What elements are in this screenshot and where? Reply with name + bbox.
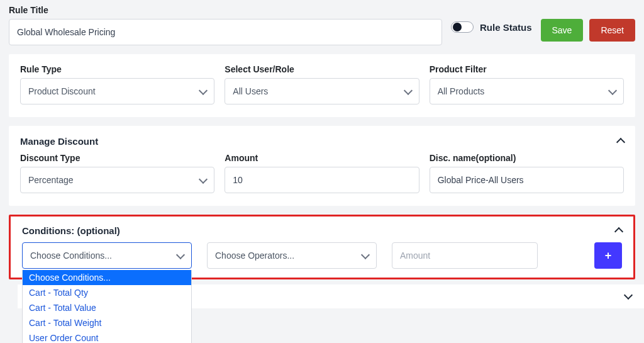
user-role-col: Select User/Role All Users	[225, 64, 419, 104]
operator-select-value: Choose Operators...	[215, 250, 294, 261]
rule-config-panel: Rule Type Product Discount Select User/R…	[9, 54, 635, 117]
chevron-down-icon	[199, 174, 208, 183]
condition-select[interactable]: Choose Conditions...	[22, 242, 192, 269]
amount-label: Amount	[225, 153, 419, 163]
conditions-title: Conditions: (optional)	[22, 225, 120, 236]
disc-name-label: Disc. name(optional)	[430, 153, 624, 163]
user-role-label: Select User/Role	[225, 64, 419, 74]
rule-type-label: Rule Type	[20, 64, 214, 74]
manage-discount-panel: Manage Discount Discount Type Percentage…	[9, 126, 635, 206]
amount-input[interactable]	[225, 167, 419, 193]
operator-select[interactable]: Choose Operators...	[207, 242, 377, 269]
product-filter-value: All Products	[438, 86, 485, 96]
rule-type-select[interactable]: Product Discount	[20, 78, 214, 104]
chevron-down-icon	[199, 86, 208, 94]
product-filter-label: Product Filter	[430, 64, 624, 74]
condition-select-value: Choose Conditions...	[30, 250, 112, 261]
chevron-down-icon	[608, 86, 617, 94]
user-role-value: All Users	[233, 86, 268, 96]
discount-type-col: Discount Type Percentage	[20, 153, 214, 193]
disc-name-input[interactable]	[430, 167, 624, 193]
manage-discount-title: Manage Discount	[20, 136, 98, 147]
chevron-down-icon	[176, 250, 185, 259]
operator-select-col: Choose Operators...	[207, 242, 377, 269]
add-condition-button[interactable]: +	[594, 242, 622, 269]
discount-type-value: Percentage	[28, 175, 74, 185]
condition-option[interactable]: Cart - Total Weight	[23, 315, 191, 330]
page-root: Rule Title Rule Status Save Reset Rule T…	[0, 0, 644, 343]
toggle-knob	[453, 23, 462, 31]
chevron-up-icon	[616, 138, 625, 147]
rule-title-label: Rule Title	[9, 5, 442, 15]
rule-title-input[interactable]	[9, 19, 442, 45]
condition-amount-input[interactable]	[392, 242, 538, 269]
discount-type-select[interactable]: Percentage	[20, 167, 214, 193]
rule-title-block: Rule Title	[9, 5, 442, 45]
top-bar: Rule Title Rule Status Save Reset	[9, 5, 635, 45]
condition-amount-col	[392, 242, 538, 269]
product-filter-col: Product Filter All Products	[430, 64, 624, 104]
chevron-down-icon	[404, 86, 413, 94]
discount-type-label: Discount Type	[20, 153, 214, 163]
chevron-down-icon	[361, 250, 370, 259]
chevron-down-icon	[624, 291, 633, 300]
manage-discount-header[interactable]: Manage Discount	[20, 136, 624, 147]
condition-option[interactable]: Cart - Total Value	[23, 300, 191, 315]
rule-status-toggle[interactable]	[451, 21, 474, 33]
reset-button[interactable]: Reset	[589, 19, 635, 42]
chevron-up-icon	[614, 227, 623, 236]
rule-status-group: Rule Status	[451, 5, 532, 33]
amount-col: Amount	[225, 153, 419, 193]
disc-name-col: Disc. name(optional)	[430, 153, 624, 193]
rule-status-label: Rule Status	[480, 22, 532, 33]
condition-row: Choose Conditions... Choose Conditions..…	[22, 242, 622, 269]
condition-option[interactable]: Cart - Total Qty	[23, 285, 191, 300]
action-buttons: Save Reset	[541, 5, 636, 42]
condition-option[interactable]: User Order Count	[23, 330, 191, 343]
conditions-header[interactable]: Conditions: (optional)	[22, 225, 622, 236]
condition-option[interactable]: Choose Conditions...	[23, 270, 191, 285]
rule-type-col: Rule Type Product Discount	[20, 64, 214, 104]
save-button[interactable]: Save	[541, 19, 584, 42]
user-role-select[interactable]: All Users	[225, 78, 419, 104]
condition-dropdown: Choose Conditions... Cart - Total Qty Ca…	[22, 270, 192, 343]
condition-select-col: Choose Conditions... Choose Conditions..…	[22, 242, 192, 269]
product-filter-select[interactable]: All Products	[430, 78, 624, 104]
rule-type-value: Product Discount	[28, 86, 96, 96]
conditions-panel: Conditions: (optional) Choose Conditions…	[9, 215, 635, 279]
